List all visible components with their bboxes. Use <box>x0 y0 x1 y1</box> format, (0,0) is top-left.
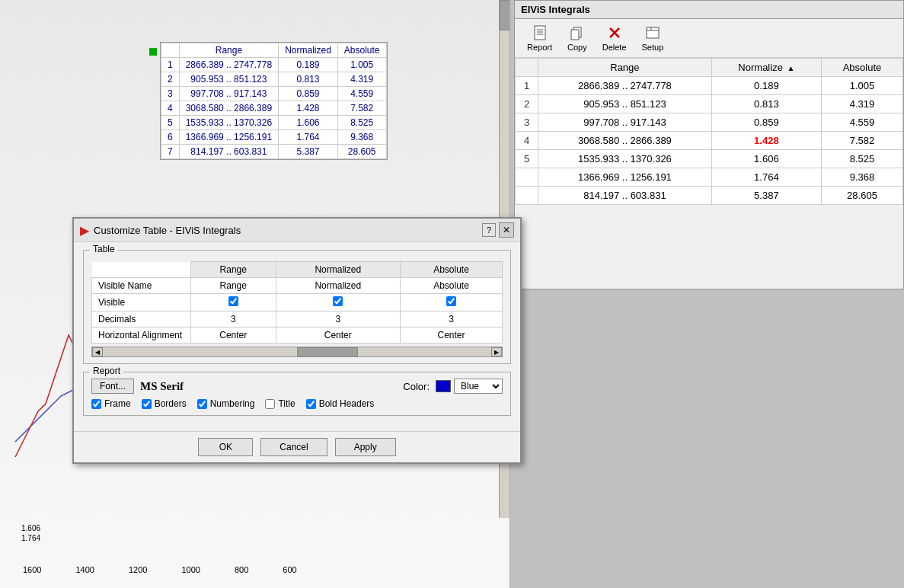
scrollbar-thumb[interactable] <box>297 347 358 356</box>
dialog-body: Table Range Normalized Absolute Visible … <box>74 242 520 431</box>
range-checkbox[interactable] <box>228 296 238 306</box>
x-axis-ticks: 1600 1400 1200 1000 800 600 <box>23 565 297 574</box>
color-label: Color: <box>403 381 430 392</box>
frame-label: Frame <box>104 398 131 409</box>
title-label: Title <box>278 398 295 409</box>
normalized-checkbox[interactable] <box>333 296 343 306</box>
setup-button[interactable]: Setup <box>636 22 670 54</box>
visible-name-row: Visible Name Range Normalized Absolute <box>92 278 503 294</box>
svg-rect-5 <box>571 30 579 40</box>
range-cell: 2866.389 .. 2747.778 <box>538 77 712 95</box>
delete-button[interactable]: Delete <box>596 22 633 54</box>
range-cell: 997.708 .. 917.143 <box>179 87 278 101</box>
normalized-decimals: 3 <box>276 312 400 328</box>
col-normalized-header[interactable]: Normalize ▲ <box>711 59 821 77</box>
normalized-cell: 1.764 <box>711 168 821 187</box>
visible-name-label: Visible Name <box>92 278 191 294</box>
bold-headers-checkbox[interactable] <box>306 399 316 409</box>
svg-rect-0 <box>535 26 545 40</box>
font-button[interactable]: Font... <box>91 379 134 394</box>
scroll-left-arrow[interactable]: ◀ <box>92 347 103 356</box>
cancel-button[interactable]: Cancel <box>260 438 327 456</box>
dialog-title-text: Customize Table - EIViS Integrals <box>94 225 241 236</box>
absolute-cell: 7.582 <box>821 132 902 150</box>
apply-button[interactable]: Apply <box>335 438 396 456</box>
customize-inner-table: Range Normalized Absolute Visible Name R… <box>91 261 503 344</box>
absolute-alignment: Center <box>400 328 502 344</box>
title-checkbox-item[interactable]: Title <box>265 398 295 409</box>
normalized-cell: 1.764 <box>279 130 338 145</box>
integrals-table-row: 4 3068.580 .. 2866.389 1.428 7.582 <box>516 132 903 150</box>
sort-icon: ▲ <box>787 64 795 72</box>
normalized-visible-name: Normalized <box>276 278 400 294</box>
row-num <box>516 187 538 205</box>
range-cell: 997.708 .. 917.143 <box>538 113 712 132</box>
table-row: 3 997.708 .. 917.143 0.859 4.559 <box>161 87 387 101</box>
row-num: 3 <box>516 113 538 132</box>
integrals-table-row: 1366.969 .. 1256.191 1.764 9.368 <box>516 168 903 187</box>
integrals-table-row: 5 1535.933 .. 1370.326 1.606 8.525 <box>516 150 903 168</box>
numbering-checkbox-item[interactable]: Numbering <box>197 398 255 409</box>
normalized-cell: 0.813 <box>711 95 821 113</box>
setup-label: Setup <box>642 43 664 52</box>
normalized-visible-check[interactable] <box>276 294 400 312</box>
absolute-visible-check[interactable] <box>400 294 502 312</box>
title-checkbox[interactable] <box>265 399 275 409</box>
help-button[interactable]: ? <box>482 223 496 237</box>
absolute-cell: 4.319 <box>821 95 902 113</box>
report-group-box: Report Font... MS Serif Color: Blue Red … <box>83 372 511 416</box>
range-cell: 1535.933 .. 1370.326 <box>179 116 278 130</box>
frame-checkbox[interactable] <box>91 399 101 409</box>
normalized-cell: 0.813 <box>279 72 338 87</box>
color-dropdown[interactable]: Blue Red Black Green <box>454 379 503 394</box>
col-range-header[interactable]: Range <box>538 59 712 77</box>
row-num <box>516 168 538 187</box>
integrals-table: Range Normalize ▲ Absolute 1 2866.389 ..… <box>515 58 903 205</box>
frame-checkbox-item[interactable]: Frame <box>91 398 131 409</box>
table-group-box: Table Range Normalized Absolute Visible … <box>83 250 511 364</box>
absolute-checkbox[interactable] <box>446 296 456 306</box>
row-num: 2 <box>516 95 538 113</box>
absolute-cell: 4.559 <box>821 113 902 132</box>
numbering-label: Numbering <box>210 398 255 409</box>
borders-checkbox-item[interactable]: Borders <box>142 398 187 409</box>
copy-label: Copy <box>567 43 587 52</box>
normalized-cell: 1.428 <box>279 101 338 116</box>
numbering-checkbox[interactable] <box>197 399 207 409</box>
chart-scrollbar-thumb[interactable] <box>500 0 510 30</box>
table-row: 6 1366.969 .. 1256.191 1.764 9.368 <box>161 130 387 145</box>
row-num: 2 <box>161 72 180 87</box>
bold-headers-checkbox-item[interactable]: Bold Headers <box>306 398 375 409</box>
normalized-cell: 1.606 <box>711 150 821 168</box>
range-visible-name: Range <box>191 278 276 294</box>
range-cell: 1366.969 .. 1256.191 <box>538 168 712 187</box>
horizontal-scrollbar[interactable]: ◀ ▶ <box>91 347 503 357</box>
absolute-decimals: 3 <box>400 312 502 328</box>
absolute-cell: 9.368 <box>821 168 902 187</box>
ok-button[interactable]: OK <box>198 438 253 456</box>
setup-icon <box>644 24 661 41</box>
integrals-table-container: Range Normalize ▲ Absolute 1 2866.389 ..… <box>515 58 903 205</box>
borders-checkbox[interactable] <box>142 399 152 409</box>
normalized-cell: 0.859 <box>279 87 338 101</box>
copy-button[interactable]: Copy <box>561 22 593 54</box>
range-visible-check[interactable] <box>191 294 276 312</box>
dialog-icon: ▶ <box>80 223 89 238</box>
font-row: Font... MS Serif Color: Blue Red Black G… <box>91 379 503 394</box>
report-button[interactable]: Report <box>521 22 558 54</box>
absolute-cell: 1.005 <box>337 58 386 72</box>
close-button[interactable]: ✕ <box>499 222 514 238</box>
normalized-cell: 5.387 <box>711 187 821 205</box>
alignment-row: Horizontal Alignment Center Center Cente… <box>92 328 503 344</box>
absolute-cell: 7.582 <box>337 101 386 116</box>
absolute-cell: 8.525 <box>821 150 902 168</box>
col-absolute-header[interactable]: Absolute <box>821 59 902 77</box>
row-num: 1 <box>516 77 538 95</box>
normalized-alignment: Center <box>276 328 400 344</box>
scroll-right-arrow[interactable]: ▶ <box>491 347 502 356</box>
customize-table-dialog: ▶ Customize Table - EIViS Integrals ? ✕ … <box>72 217 522 464</box>
row-num: 4 <box>161 101 180 116</box>
dialog-footer: OK Cancel Apply <box>74 431 520 462</box>
inline-col-range: Range <box>179 43 278 58</box>
report-icon <box>532 24 548 41</box>
